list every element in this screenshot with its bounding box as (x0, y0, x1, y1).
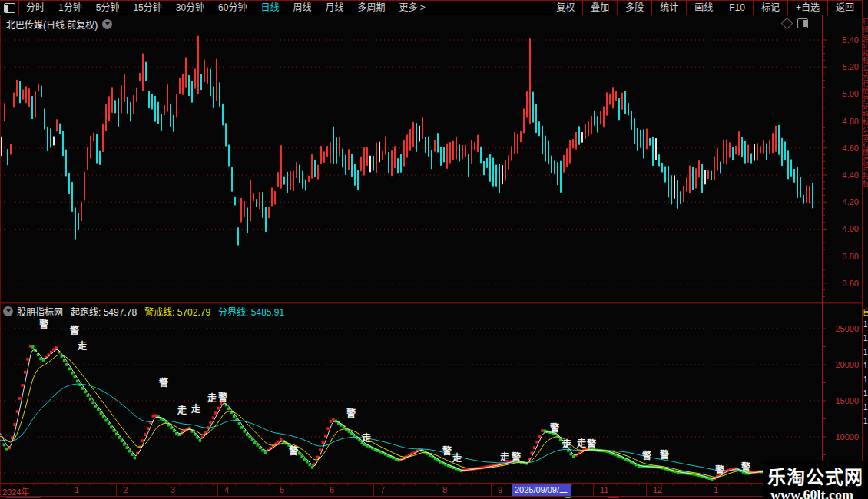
indicator-axis-label: 15000 (827, 396, 859, 405)
signal-mark-jing-12: 警 (442, 444, 452, 457)
title-row: 北巴传媒(日线.前复权) (0, 16, 862, 31)
indicator-metric-2: 警戒线: 5702.79 (144, 307, 210, 318)
signal-mark-jing-10: 警 (346, 406, 356, 419)
tool-button-4[interactable]: 统计 (651, 1, 686, 15)
signal-mark-zou-13: 走 (452, 451, 462, 464)
indicator-metric-3: 分界线: 5485.91 (218, 307, 284, 318)
app-window: { "toolbar": { "left_items": ["分时","1分钟"… (0, 0, 868, 499)
period-button-9[interactable]: 月线 (319, 1, 351, 15)
tool-button-8[interactable]: +自选 (787, 1, 827, 15)
time-axis-label: 2024年 (2, 485, 29, 497)
title-chevron-down-icon[interactable] (102, 19, 112, 29)
price-axis-label: 4.00 (827, 224, 859, 233)
tool-button-9[interactable]: 返回 (827, 1, 862, 15)
period-button-4[interactable]: 15分钟 (126, 1, 168, 15)
time-axis-label: 11 (600, 485, 608, 494)
tool-buttons: 复权叠加多股统计画线F10标记+自选返回 (548, 1, 862, 15)
watermark-site-name: 乐淘公式网 (767, 462, 868, 489)
tool-button-2[interactable]: 叠加 (582, 1, 617, 15)
time-axis-label: 6 (330, 485, 334, 494)
indicator-header: 股朋指标网 起跑线: 5497.78警戒线: 5702.79分界线: 5485.… (0, 305, 292, 317)
right-strip-tab: 自 (863, 306, 868, 317)
indicator-values: 起跑线: 5497.78警戒线: 5702.79分界线: 5485.91 (71, 305, 292, 318)
period-toolbar: 分时1分钟5分钟15分钟30分钟60分钟日线周线月线多周期更多 > 复权叠加多股… (0, 0, 862, 15)
indicator-metric-1: 起跑线: 5497.78 (71, 307, 137, 318)
signal-mark-zou-14: 走 (500, 450, 509, 463)
signal-mark-zou-18: 走 (577, 436, 586, 449)
price-axis-label: 5.40 (827, 35, 859, 45)
signal-mark-jing-2: 警 (70, 323, 79, 336)
split-panel-icon[interactable] (797, 18, 808, 28)
chart-graphics[interactable] (0, 0, 868, 499)
watermark-url: www.60lt.com (770, 487, 868, 499)
time-axis-label: 1 (714, 485, 718, 494)
signal-mark-jing-4: 警 (159, 375, 168, 388)
tool-button-7[interactable]: 标记 (753, 1, 787, 15)
signal-mark-zou-3: 走 (78, 339, 87, 352)
time-axis-label: 3 (171, 485, 175, 494)
signal-mark-jing-22: 警 (715, 463, 724, 476)
time-axis-label: 1 (75, 485, 79, 494)
price-axis-label: 3.60 (827, 279, 859, 288)
signal-mark-jing-16: 警 (550, 421, 559, 434)
signal-mark-zou-11: 走 (362, 431, 371, 444)
signal-mark-jing-23: 警 (741, 460, 750, 473)
time-axis-label: 2 (123, 485, 128, 494)
period-button-10[interactable]: 多周期 (351, 1, 393, 15)
layout-icon (4, 3, 15, 13)
signal-mark-jing-15: 警 (512, 450, 521, 463)
signal-mark-jing-9: 警 (289, 444, 298, 457)
time-axis-label: 12 (653, 485, 662, 494)
period-button-11[interactable]: 更多 > (393, 1, 432, 15)
tool-button-6[interactable]: F10 (721, 1, 753, 15)
price-axis-label: 4.80 (827, 117, 859, 126)
signal-mark-zou-5: 走 (177, 403, 187, 416)
signal-mark-jing-19: 警 (587, 437, 596, 450)
period-button-5[interactable]: 30分钟 (169, 1, 211, 15)
signal-mark-jing-1: 警 (39, 317, 48, 330)
tool-button-1[interactable]: 复权 (548, 1, 582, 15)
time-axis-label: 8 (442, 485, 447, 494)
signal-mark-jing-8: 警 (218, 390, 227, 403)
tool-button-3[interactable]: 多股 (617, 1, 651, 15)
indicator-axis-label: 20000 (827, 360, 859, 369)
time-axis-label: 7 (380, 485, 385, 494)
signal-mark-jing-20: 警 (642, 448, 651, 461)
period-button-3[interactable]: 5分钟 (89, 1, 127, 15)
diamond-icon[interactable] (781, 18, 793, 30)
watermark: 乐淘公式网 www.60lt.com (763, 461, 868, 499)
stock-title[interactable]: 北巴传媒(日线.前复权) (6, 18, 98, 31)
right-strip-vertical-text: 行情资讯指标公式行情资讯指标公式行情资讯指标 (863, 18, 868, 187)
indicator-chevron-down-icon[interactable] (3, 306, 13, 316)
period-button-7[interactable]: 日线 (253, 1, 286, 15)
time-axis-label: 4 (224, 485, 229, 494)
price-axis-label: 5.00 (827, 89, 859, 98)
tool-button-5[interactable]: 画线 (686, 1, 721, 15)
period-button-6[interactable]: 60分钟 (211, 1, 253, 15)
price-axis-label: 3.80 (827, 252, 859, 261)
clipped-mark-cyan (565, 497, 571, 498)
layout-toggle-button[interactable] (0, 1, 19, 15)
clipped-mark-red (608, 497, 619, 498)
period-buttons: 分时1分钟5分钟15分钟30分钟60分钟日线周线月线多周期更多 > (0, 1, 432, 15)
indicator-axis-label: 10000 (827, 432, 859, 441)
period-button-1[interactable]: 分时 (19, 1, 51, 15)
time-axis-label: 9 (498, 485, 502, 494)
period-button-2[interactable]: 1分钟 (51, 1, 89, 15)
signal-mark-zou-6: 走 (191, 402, 200, 415)
indicator-axis-label: 25000 (827, 324, 859, 333)
indicator-source[interactable]: 股朋指标网 (17, 305, 63, 318)
right-strip-numbers: 1 1 1 1 1 1 1 1 (863, 318, 868, 428)
price-axis-label: 5.20 (827, 62, 859, 71)
price-axis-label: 4.40 (827, 170, 859, 180)
time-axis-label: 5 (280, 485, 284, 494)
clipped-text-fragment (6, 497, 41, 498)
signal-mark-jing-21: 警 (660, 448, 669, 461)
price-axis-label: 4.60 (827, 144, 859, 153)
signal-mark-zou-17: 走 (562, 437, 571, 450)
right-edge-strip: 行情资讯指标公式行情资讯指标公式行情资讯指标 自 1 1 1 1 1 1 1 1 (863, 0, 868, 499)
selected-date-box: 2025/09/09/二 (512, 484, 571, 496)
price-axis-label: 4.20 (827, 197, 859, 207)
period-button-8[interactable]: 周线 (286, 1, 318, 15)
signal-mark-zou-7: 走 (207, 391, 217, 404)
